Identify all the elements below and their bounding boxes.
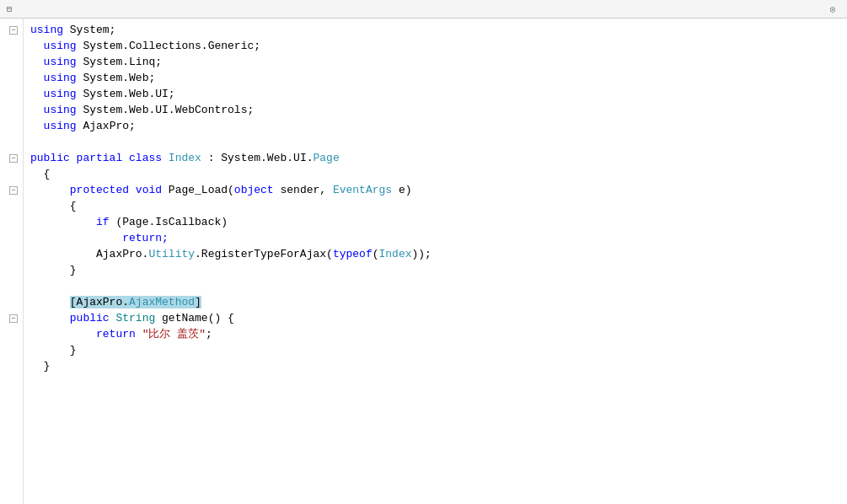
code-line-14: return; <box>30 230 847 246</box>
code-line-11: protected void Page_Load(object sender, … <box>30 182 847 198</box>
code-line-12: { <box>30 198 847 214</box>
method-icon: ◎ <box>830 4 835 14</box>
gutter-line-1: − <box>9 22 19 38</box>
code-line-15: AjaxPro.Utility.RegisterTypeForAjax(type… <box>30 246 847 262</box>
gutter-line-9: − <box>9 150 19 166</box>
code-line-16: } <box>30 262 847 278</box>
code-line-1: using System; <box>30 22 847 38</box>
code-line-22: } <box>30 358 847 374</box>
code-line-3: using System.Linq; <box>30 54 847 70</box>
code-line-17 <box>30 278 847 294</box>
code-line-6: using System.Web.UI.WebControls; <box>30 102 847 118</box>
code-line-9: public partial class Index : System.Web.… <box>30 150 847 166</box>
code-line-8 <box>30 134 847 150</box>
code-line-18: [AjaxPro.AjaxMethod] <box>30 294 847 310</box>
collapse-button-11[interactable]: − <box>9 186 18 195</box>
code-line-4: using System.Web; <box>30 70 847 86</box>
index-expand-icon[interactable]: ⊟ <box>7 4 12 14</box>
code-line-13: if (Page.IsCallback) <box>30 214 847 230</box>
code-line-7: using AjaxPro; <box>30 118 847 134</box>
collapse-button-19[interactable]: − <box>9 314 18 323</box>
title-bar: ⊟ ◎ <box>0 0 847 19</box>
code-line-21: } <box>30 342 847 358</box>
line-gutter: −−−− <box>0 19 24 504</box>
code-line-2: using System.Collections.Generic; <box>30 38 847 54</box>
gutter-line-19: − <box>9 310 19 326</box>
code-line-20: return "比尔 盖茨"; <box>30 326 847 342</box>
code-line-23 <box>30 374 847 390</box>
code-content[interactable]: using System; using System.Collections.G… <box>24 19 847 504</box>
collapse-button-1[interactable]: − <box>9 26 18 35</box>
collapse-button-9[interactable]: − <box>9 154 18 163</box>
code-line-10: { <box>30 166 847 182</box>
gutter-line-11: − <box>9 182 19 198</box>
editor: −−−− using System; using System.Collecti… <box>0 19 847 504</box>
code-line-19: public String getName() { <box>30 310 847 326</box>
code-line-5: using System.Web.UI; <box>30 86 847 102</box>
